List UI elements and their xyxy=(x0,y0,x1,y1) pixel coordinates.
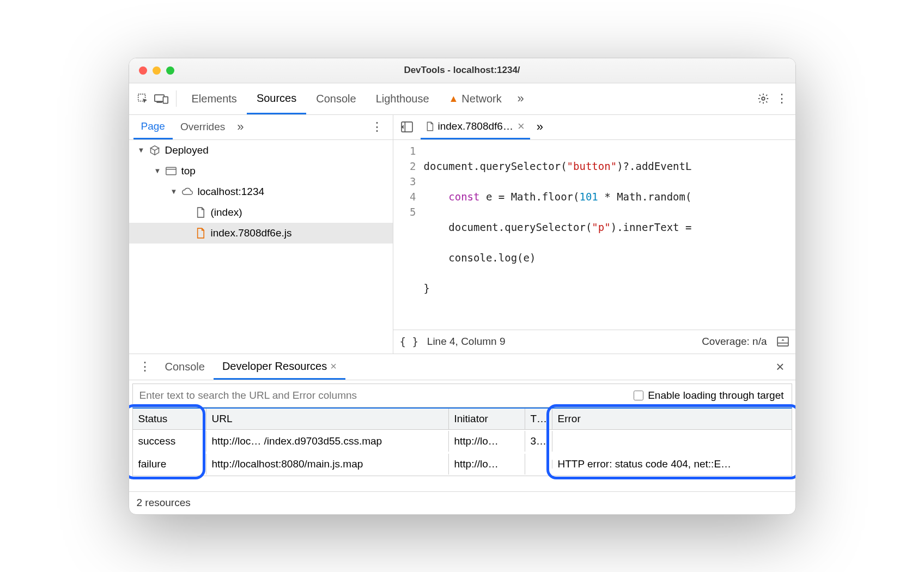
navigator-tabs: Page Overrides » ⋮ xyxy=(129,115,393,140)
line-gutter: 1 2 3 4 5 xyxy=(393,143,424,326)
tab-lighthouse[interactable]: Lighthouse xyxy=(366,83,439,114)
drawer-menu-icon[interactable]: ⋮ xyxy=(133,360,156,374)
filter-row: Enable loading through target xyxy=(132,384,792,407)
drawer-tabs: ⋮ Console Developer Resources × × xyxy=(129,354,795,380)
tab-network[interactable]: ▲Network xyxy=(439,83,512,114)
col-status[interactable]: Status xyxy=(133,409,206,429)
js-file-icon xyxy=(194,228,206,239)
warning-icon: ▲ xyxy=(449,93,459,105)
drawer-toggle-icon[interactable] xyxy=(777,337,789,346)
devtools-window: DevTools - localhost:1234/ Elements Sour… xyxy=(129,58,796,515)
navigator-pane: Page Overrides » ⋮ ▼ Deployed ▼ top ▼ xyxy=(129,115,393,354)
tab-elements[interactable]: Elements xyxy=(182,83,247,114)
developer-resources-table: Status URL Initiator T… Error success ht… xyxy=(132,407,792,476)
navigator-menu-icon[interactable]: ⋮ xyxy=(366,120,388,134)
tree-top[interactable]: ▼ top xyxy=(129,161,393,181)
drawer: ⋮ Console Developer Resources × × Enable… xyxy=(129,354,795,514)
table-header: Status URL Initiator T… Error xyxy=(132,407,792,430)
search-input[interactable] xyxy=(133,384,627,407)
navigator-tab-overrides[interactable]: Overrides xyxy=(173,115,233,139)
window-title: DevTools - localhost:1234/ xyxy=(129,65,795,76)
titlebar: DevTools - localhost:1234/ xyxy=(129,58,795,83)
svg-rect-5 xyxy=(166,167,175,174)
tree-host[interactable]: ▼ localhost:1234 xyxy=(129,181,393,202)
file-tab[interactable]: index.7808df6… × xyxy=(421,115,530,139)
coverage-label: Coverage: n/a xyxy=(702,336,767,348)
document-icon xyxy=(426,121,434,131)
inspect-icon[interactable] xyxy=(133,93,152,105)
table-body: success http://loc… /index.d9703d55.css.… xyxy=(132,430,792,476)
tree-label: (index) xyxy=(211,206,242,218)
tree-label: Deployed xyxy=(165,144,209,156)
close-drawer-icon[interactable]: × xyxy=(769,358,791,375)
checkbox[interactable] xyxy=(634,391,643,400)
tab-sources[interactable]: Sources xyxy=(247,83,306,114)
tree-file-selected[interactable]: index.7808df6e.js xyxy=(129,223,393,244)
table-row[interactable]: success http://loc… /index.d9703d55.css.… xyxy=(133,430,792,453)
tree-label: index.7808df6e.js xyxy=(211,227,292,239)
col-error[interactable]: Error xyxy=(552,409,792,429)
kebab-menu-icon[interactable]: ⋮ xyxy=(773,92,791,106)
drawer-tab-console[interactable]: Console xyxy=(156,354,214,380)
close-tab-icon[interactable]: × xyxy=(518,119,525,133)
device-toggle-icon[interactable] xyxy=(152,93,171,104)
drawer-tab-developer-resources[interactable]: Developer Resources × xyxy=(214,354,345,380)
svg-rect-9 xyxy=(777,337,788,346)
caret-down-icon: ▼ xyxy=(171,187,177,196)
file-tab-label: index.7808df6… xyxy=(438,120,513,132)
col-url[interactable]: URL xyxy=(206,409,449,429)
more-tabs-icon[interactable]: » xyxy=(512,92,530,106)
resource-count: 2 resources xyxy=(137,497,191,509)
settings-icon[interactable] xyxy=(754,93,773,105)
file-tree: ▼ Deployed ▼ top ▼ localhost:1234 (index… xyxy=(129,140,393,244)
window-icon xyxy=(165,167,177,175)
divider xyxy=(176,90,177,107)
code-content: document.querySelector("button")?.addEve… xyxy=(424,143,795,326)
more-file-tabs-icon[interactable]: » xyxy=(533,120,546,134)
svg-rect-3 xyxy=(163,97,168,104)
more-nav-tabs-icon[interactable]: » xyxy=(233,120,248,134)
editor-pane: index.7808df6… × » 1 2 3 4 5 document.qu… xyxy=(393,115,795,354)
drawer-footer: 2 resources xyxy=(129,491,795,514)
cursor-position: Line 4, Column 9 xyxy=(427,336,506,348)
code-editor[interactable]: 1 2 3 4 5 document.querySelector("button… xyxy=(393,140,795,330)
main-tabs: Elements Sources Console Lighthouse ▲Net… xyxy=(129,83,795,115)
col-size[interactable]: T… xyxy=(525,409,552,429)
col-initiator[interactable]: Initiator xyxy=(449,409,525,429)
cloud-icon xyxy=(181,187,193,196)
document-icon xyxy=(194,207,206,218)
tab-console[interactable]: Console xyxy=(306,83,366,114)
tree-index[interactable]: (index) xyxy=(129,202,393,223)
close-tab-icon[interactable]: × xyxy=(330,360,337,373)
cube-icon xyxy=(149,145,161,156)
svg-point-4 xyxy=(762,97,765,100)
navigator-tab-page[interactable]: Page xyxy=(133,115,173,139)
file-tab-bar: index.7808df6… × » xyxy=(393,115,795,140)
table-row[interactable]: failure http://localhost:8080/main.js.ma… xyxy=(133,453,792,476)
tree-deployed[interactable]: ▼ Deployed xyxy=(129,140,393,161)
tree-label: localhost:1234 xyxy=(198,186,265,198)
toggle-navigator-icon[interactable] xyxy=(397,121,417,132)
caret-down-icon: ▼ xyxy=(154,167,161,175)
enable-target-checkbox[interactable]: Enable loading through target xyxy=(626,390,791,401)
caret-down-icon: ▼ xyxy=(138,146,144,154)
tree-label: top xyxy=(181,165,196,177)
editor-statusbar: { } Line 4, Column 9 Coverage: n/a xyxy=(393,330,795,354)
format-icon[interactable]: { } xyxy=(400,336,418,348)
